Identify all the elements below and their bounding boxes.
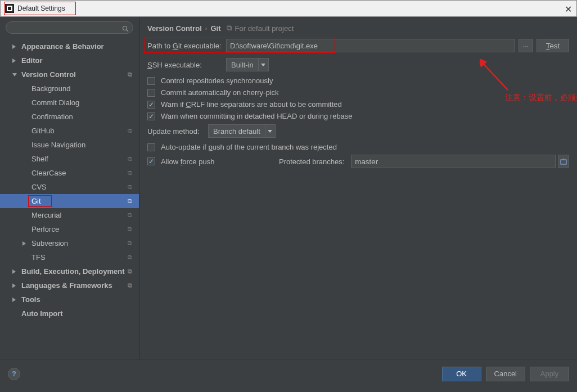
chevron-right-icon: [12, 58, 16, 63]
browse-button[interactable]: ...: [519, 39, 533, 52]
tree-tools[interactable]: Tools: [0, 292, 139, 307]
tree-auto-import[interactable]: Auto Import: [0, 307, 139, 321]
tree-editor[interactable]: Editor: [0, 53, 139, 67]
tree-label: Appearance & Behavior: [21, 42, 104, 51]
tree-clearcase[interactable]: ClearCase⧉: [0, 166, 139, 180]
chevron-right-icon: [12, 44, 16, 49]
tree-git[interactable]: Git⧉: [0, 194, 139, 208]
search-icon: [122, 25, 129, 34]
tree-label: GitHub: [31, 127, 54, 135]
svg-point-2: [123, 26, 127, 30]
breadcrumb: Version Control › Git ⧉ For default proj…: [147, 24, 569, 33]
ssh-select[interactable]: Built-in: [226, 58, 269, 71]
scope-icon: ⧉: [128, 71, 132, 78]
checkbox-detached[interactable]: [147, 112, 155, 120]
svg-rect-4: [561, 160, 566, 164]
row-detached: Warn when committing in detached HEAD or…: [147, 112, 569, 120]
tree-label: Mercurial: [31, 211, 61, 219]
protected-branches-input[interactable]: [351, 155, 556, 168]
search-input[interactable]: [6, 21, 133, 34]
scope-icon: ⧉: [128, 226, 132, 233]
settings-tree: Appearance & Behavior Editor Version Con…: [0, 37, 139, 359]
tree-label: Confirmation: [31, 112, 73, 121]
ssh-select-value: Built-in: [226, 58, 259, 71]
tree-label: Auto Import: [21, 309, 63, 318]
tree-mercurial[interactable]: Mercurial⧉: [0, 208, 139, 222]
tree-shelf[interactable]: Shelf⧉: [0, 152, 139, 166]
tree-label: Editor: [21, 56, 43, 65]
chevron-down-icon[interactable]: [259, 58, 269, 71]
main-panel: Version Control › Git ⧉ For default proj…: [139, 17, 577, 359]
checkbox-crlf[interactable]: [147, 101, 155, 109]
scope-icon: ⧉: [128, 240, 132, 247]
tree-confirmation[interactable]: Confirmation: [0, 110, 139, 124]
tree-label: Tools: [21, 295, 40, 304]
tree-label: Perforce: [31, 225, 59, 233]
protected-label: Protected branches:: [279, 157, 344, 166]
row-force: Allow force push Protected branches:: [147, 155, 569, 168]
tree-subversion[interactable]: Subversion⧉: [0, 236, 139, 250]
tree-languages[interactable]: Languages & Frameworks⧉: [0, 278, 139, 292]
tree-tfs[interactable]: TFS⧉: [0, 250, 139, 264]
dialog-body: Appearance & Behavior Editor Version Con…: [0, 17, 577, 359]
expand-button[interactable]: [558, 155, 569, 168]
git-path-input[interactable]: [226, 39, 515, 52]
tree-build[interactable]: Build, Execution, Deployment⧉: [0, 264, 139, 278]
label-detached: Warn when committing in detached HEAD or…: [161, 112, 353, 120]
tree-label: Issue Navigation: [31, 141, 85, 149]
tree-label: Shelf: [31, 155, 48, 163]
svg-line-3: [127, 30, 128, 31]
breadcrumb-root[interactable]: Version Control: [147, 24, 202, 33]
search-wrap: [0, 21, 139, 37]
breadcrumb-current: Git: [210, 24, 220, 33]
update-select[interactable]: Branch default: [208, 124, 276, 138]
row-autoupdate: Auto-update if push of the current branc…: [147, 143, 569, 151]
chevron-down-icon[interactable]: [265, 124, 276, 138]
checkbox-autoupdate[interactable]: [147, 143, 155, 151]
label-autoupdate: Auto-update if push of the current branc…: [161, 143, 337, 151]
scope-icon: ⧉: [128, 282, 132, 289]
test-button[interactable]: Test: [537, 39, 569, 52]
path-label: Path to Git executable:: [147, 42, 226, 50]
scope-icon: ⧉: [128, 155, 132, 163]
tree-background[interactable]: Background: [0, 82, 139, 96]
tree-label: Background: [31, 84, 70, 93]
sidebar: Appearance & Behavior Editor Version Con…: [0, 17, 139, 359]
tree-github[interactable]: GitHub⧉: [0, 124, 139, 138]
chevron-right-icon: [12, 283, 16, 288]
tree-label: Subversion: [31, 239, 68, 247]
update-label: Update method:: [147, 127, 208, 136]
help-button[interactable]: ?: [8, 368, 20, 380]
ok-button[interactable]: OK: [442, 367, 481, 381]
tree-cvs[interactable]: CVS⧉: [0, 180, 139, 194]
update-select-value: Branch default: [208, 124, 265, 138]
tree-issue-nav[interactable]: Issue Navigation: [0, 138, 139, 152]
tree-perforce[interactable]: Perforce⧉: [0, 222, 139, 236]
checkbox-force[interactable]: [147, 157, 155, 165]
label-crlf: Warn if CRLF line separators are about t…: [161, 100, 342, 109]
checkbox-sync[interactable]: [147, 77, 155, 85]
label-force: Allow force push: [161, 157, 279, 166]
tree-commit-dialog[interactable]: Commit Dialog: [0, 96, 139, 110]
tree-label: CVS: [31, 183, 47, 191]
chevron-right-icon: [12, 298, 16, 302]
checkbox-cherry[interactable]: [147, 89, 155, 97]
label-sync: Control repositories synchronously: [161, 76, 273, 85]
svg-rect-1: [8, 7, 11, 10]
cancel-button[interactable]: Cancel: [486, 367, 525, 381]
tree-version-control[interactable]: Version Control⧉: [0, 67, 139, 82]
chevron-down-icon: [12, 73, 17, 76]
row-path: Path to Git executable: ... Test: [147, 38, 569, 53]
tree-label: Languages & Frameworks: [21, 281, 112, 290]
row-ssh: SSH executable: Built-in: [147, 57, 569, 72]
chevron-right-icon: [12, 269, 16, 274]
scope-icon: ⧉: [128, 169, 132, 177]
tree-appearance[interactable]: Appearance & Behavior: [0, 39, 139, 53]
row-cherry: Commit automatically on cherry-pick: [147, 88, 569, 97]
row-crlf: Warn if CRLF line separators are about t…: [147, 100, 569, 109]
scope-icon: ⧉: [128, 254, 132, 261]
tree-label: Commit Dialog: [31, 98, 79, 107]
apply-button[interactable]: Apply: [530, 367, 569, 381]
close-icon[interactable]: ✕: [565, 4, 572, 15]
tree-label: Version Control: [21, 70, 76, 79]
